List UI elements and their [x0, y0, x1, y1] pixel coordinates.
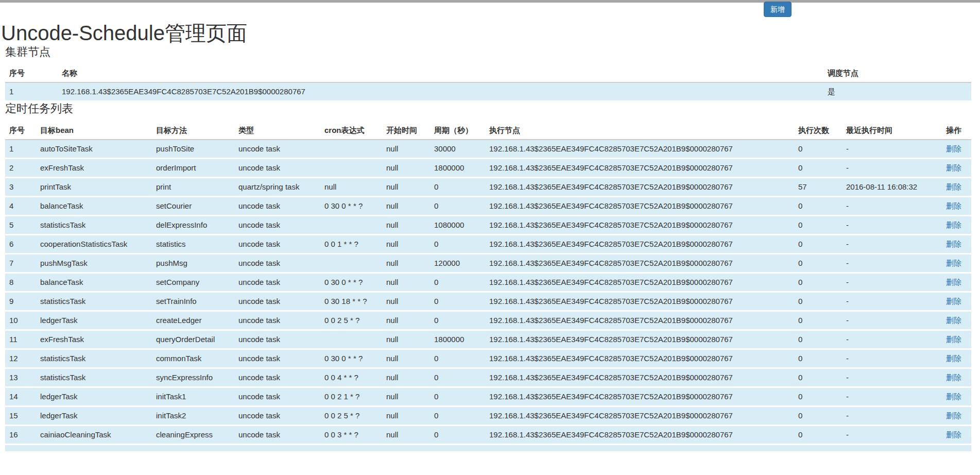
cell-type: uncode task — [234, 197, 320, 216]
cell-period: 1800000 — [430, 330, 485, 349]
delete-link[interactable]: 删除 — [946, 316, 961, 325]
cell-node: 192.168.1.43$2365EAE349FC4C8285703E7C52A… — [485, 349, 794, 368]
cell-count: 0 — [794, 406, 842, 426]
table-row: 6 cooperationStatisticsTask statistics u… — [5, 235, 971, 254]
cell-period: 0 — [430, 406, 485, 426]
tasks-col-last: 最近执行时间 — [842, 122, 942, 140]
cell-last: - — [842, 140, 942, 159]
cell-last: - — [842, 311, 942, 330]
cell-method: queryOrderDetail — [152, 330, 234, 349]
delete-link[interactable]: 删除 — [946, 335, 961, 344]
cell-no: 13 — [5, 368, 36, 387]
delete-link[interactable]: 删除 — [946, 411, 961, 420]
cell-bean: pushMsgTask — [36, 254, 152, 273]
cell-start: null — [382, 197, 430, 216]
cell-action: 删除 — [942, 330, 971, 349]
cell-period: 1800000 — [430, 159, 485, 178]
cell-cron — [320, 140, 382, 159]
delete-link[interactable]: 删除 — [946, 373, 961, 382]
cell-last: - — [842, 159, 942, 178]
cell-period: 0 — [430, 368, 485, 387]
cell-type: quartz/spring task — [234, 178, 320, 197]
cell-last: - — [842, 254, 942, 273]
delete-link[interactable]: 删除 — [946, 201, 961, 210]
cell-cron: 0 30 0 * * ? — [320, 197, 382, 216]
cell-name: 192.168.1.43$2365EAE349FC4C8285703E7C52A… — [58, 82, 823, 101]
cell-cron — [320, 216, 382, 235]
cluster-col-no: 序号 — [5, 64, 58, 82]
cell-cron: null — [320, 178, 382, 197]
tasks-col-count: 执行次数 — [794, 122, 842, 140]
tasks-section-heading: 定时任务列表 — [5, 102, 980, 115]
delete-link[interactable]: 删除 — [946, 392, 961, 401]
cell-method: initTask1 — [152, 387, 234, 406]
cell-no: 6 — [5, 235, 36, 254]
tasks-header-row: 序号 目标bean 目标方法 类型 cron表达式 开始时间 周期（秒） 执行节… — [5, 122, 971, 140]
table-row: 4 balanceTask setCourier uncode task 0 3… — [5, 197, 971, 216]
cell-action: 删除 — [942, 235, 971, 254]
delete-link[interactable]: 删除 — [946, 144, 961, 153]
table-row: 16 cainiaoCleaningTask cleaningExpress u… — [5, 426, 971, 445]
delete-link[interactable]: 删除 — [946, 297, 961, 306]
cell-cron — [320, 159, 382, 178]
cell-no: 11 — [5, 330, 36, 349]
delete-link[interactable]: 删除 — [946, 163, 961, 172]
cell-node: 192.168.1.43$2365EAE349FC4C8285703E7C52A… — [485, 330, 794, 349]
cell-method: statistics — [152, 235, 234, 254]
delete-link[interactable]: 删除 — [946, 182, 961, 191]
cell-period: 0 — [430, 273, 485, 292]
cell-count: 0 — [794, 197, 842, 216]
cell-no: 3 — [5, 178, 36, 197]
delete-link[interactable]: 删除 — [946, 259, 961, 267]
table-row: 11 exFreshTask queryOrderDetail uncode t… — [5, 330, 971, 349]
cell-count: 0 — [794, 254, 842, 273]
cell-type: uncode task — [234, 368, 320, 387]
cell-no: 5 — [5, 216, 36, 235]
cell-start: null — [382, 330, 430, 349]
cell-no: 14 — [5, 387, 36, 406]
cell-action: 删除 — [942, 197, 971, 216]
cell-scheduler: 是 — [823, 82, 971, 101]
delete-link[interactable]: 删除 — [946, 220, 961, 229]
cell-bean: ledgerTask — [36, 406, 152, 426]
cell-count: 57 — [794, 178, 842, 197]
cell-bean: statisticsTask — [36, 292, 152, 311]
cell-count: 0 — [794, 368, 842, 387]
cell-no: 1 — [5, 82, 58, 101]
page-title: Uncode-Schedule管理页面 — [1, 21, 980, 45]
cell-type: uncode task — [234, 273, 320, 292]
cluster-table-body: 1 192.168.1.43$2365EAE349FC4C8285703E7C5… — [5, 82, 971, 101]
cell-cron — [320, 330, 382, 349]
tasks-col-start: 开始时间 — [382, 122, 430, 140]
cell-period: 0 — [430, 311, 485, 330]
page-container: Uncode-Schedule管理页面 集群节点 序号 名称 调度节点 1 19… — [0, 21, 980, 451]
cell-no: 8 — [5, 273, 36, 292]
cell-node: 192.168.1.43$2365EAE349FC4C8285703E7C52A… — [485, 292, 794, 311]
delete-link[interactable]: 删除 — [946, 430, 961, 439]
delete-link[interactable]: 删除 — [946, 354, 961, 363]
delete-link[interactable]: 删除 — [946, 278, 961, 286]
cell-cron: 0 0 2 5 * ? — [320, 311, 382, 330]
cell-node: 192.168.1.43$2365EAE349FC4C8285703E7C52A… — [485, 197, 794, 216]
cell-start: null — [382, 368, 430, 387]
cell-action: 删除 — [942, 178, 971, 197]
cell-type: uncode task — [234, 387, 320, 406]
cell-start: null — [382, 426, 430, 445]
cell-cron: 0 0 2 5 * ? — [320, 406, 382, 426]
cell-type: uncode task — [234, 426, 320, 445]
cell-action: 删除 — [942, 159, 971, 178]
cell-node: 192.168.1.43$2365EAE349FC4C8285703E7C52A… — [485, 368, 794, 387]
cell-start: null — [382, 254, 430, 273]
cell-type: uncode task — [234, 235, 320, 254]
cluster-col-scheduler: 调度节点 — [823, 64, 971, 82]
cell-method: syncExpressInfo — [152, 368, 234, 387]
tasks-table-body: 1 autoToSiteTask pushToSite uncode task … — [5, 140, 971, 445]
delete-link[interactable]: 删除 — [946, 240, 961, 248]
cell-method: pushMsg — [152, 254, 234, 273]
cell-count: 0 — [794, 292, 842, 311]
add-button[interactable]: 新增 — [764, 2, 792, 17]
cell-method: cleaningExpress — [152, 426, 234, 445]
cell-period: 120000 — [430, 254, 485, 273]
cell-node: 192.168.1.43$2365EAE349FC4C8285703E7C52A… — [485, 140, 794, 159]
cell-count: 0 — [794, 235, 842, 254]
